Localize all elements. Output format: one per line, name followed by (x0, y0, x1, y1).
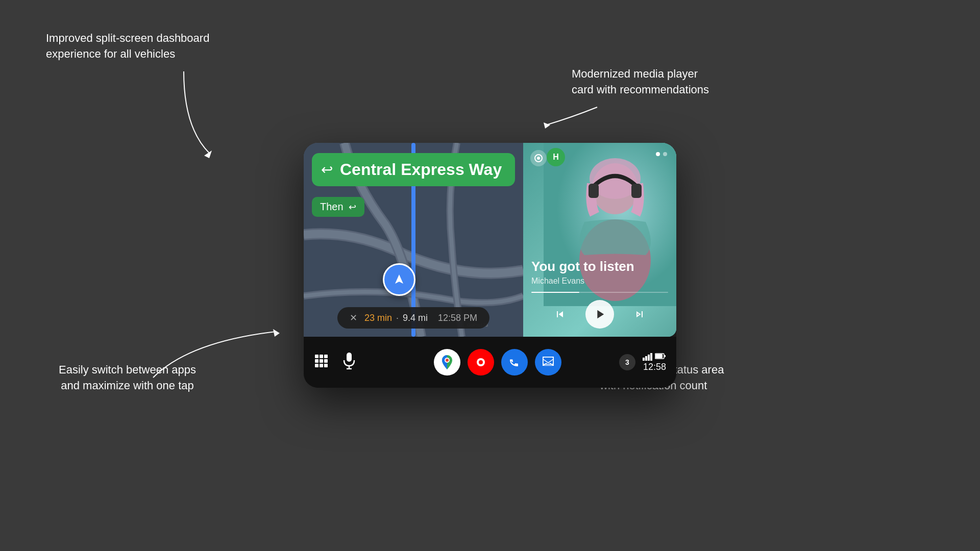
record-icon (534, 154, 543, 162)
svg-rect-21 (320, 359, 323, 363)
apps-button[interactable] (314, 354, 328, 371)
song-title: You got to listen (531, 259, 668, 274)
svg-rect-38 (648, 355, 650, 361)
eta-distance: 9.4 mi (403, 313, 428, 323)
svg-rect-36 (643, 358, 645, 361)
skip-back-button[interactable] (549, 303, 571, 325)
phone-icon[interactable] (501, 349, 528, 375)
svg-marker-8 (395, 274, 403, 284)
android-auto-device: GoPro123 GoMap ↩ Central Express Way The… (304, 143, 676, 388)
media-indicator (530, 150, 547, 166)
then-arrow-icon: ↩ (349, 202, 356, 213)
progress-bar (531, 292, 668, 293)
eta-time: 12:58 PM (438, 313, 477, 323)
svg-marker-2 (273, 329, 280, 337)
eta-bar: ✕ 23 min · 9.4 mi 12:58 PM (337, 307, 489, 329)
close-icon: ✕ (350, 312, 357, 323)
navigation-banner: ↩ Central Express Way (312, 153, 515, 186)
progress-fill (531, 292, 579, 293)
nav-left-controls (314, 352, 356, 372)
media-info: You got to listen Michael Evans (531, 259, 668, 329)
svg-rect-37 (645, 356, 647, 361)
dot-inactive (663, 152, 667, 156)
app-icons (376, 349, 619, 375)
svg-point-16 (537, 157, 540, 160)
svg-marker-1 (544, 122, 550, 129)
svg-rect-39 (650, 353, 652, 361)
svg-rect-22 (324, 359, 328, 363)
then-banner: Then ↩ (312, 197, 364, 217)
battery-icon (655, 353, 666, 360)
svg-rect-13 (631, 184, 642, 198)
status-area: 3 1 (619, 353, 666, 372)
eta-duration: 23 min (364, 313, 392, 323)
navigation-bar: 3 1 (304, 337, 676, 388)
media-avatar: H (547, 148, 565, 166)
then-label: Then (320, 201, 344, 213)
arrow-bottom-left (148, 301, 281, 383)
eta-separator: · (396, 313, 399, 323)
svg-point-33 (479, 360, 483, 364)
svg-rect-25 (324, 364, 328, 367)
notification-count-badge: 3 (619, 354, 635, 370)
messages-icon[interactable] (535, 349, 561, 375)
svg-rect-42 (664, 355, 666, 357)
svg-rect-20 (315, 359, 318, 363)
svg-rect-12 (589, 184, 599, 198)
annotation-top-left: Improved split-screen dashboard experien… (46, 31, 209, 62)
arrow-top-right (541, 97, 602, 148)
microphone-button[interactable] (342, 352, 356, 372)
signal-icons (643, 353, 666, 361)
street-name: Central Express Way (340, 160, 502, 179)
status-info: 12:58 (643, 353, 666, 372)
media-panel: H You got to listen Michael Evans (523, 143, 676, 337)
media-page-dots (656, 152, 667, 156)
svg-rect-23 (315, 364, 318, 367)
turn-arrow-icon: ↩ (321, 161, 333, 178)
svg-point-30 (446, 359, 449, 362)
youtube-music-icon[interactable] (468, 349, 494, 375)
media-controls[interactable] (531, 300, 668, 329)
arrow-top-left (102, 66, 214, 168)
svg-rect-41 (655, 354, 663, 358)
svg-rect-26 (347, 353, 352, 362)
signal-icon (643, 353, 653, 361)
status-time: 12:58 (643, 362, 666, 372)
svg-rect-24 (320, 364, 323, 367)
play-button[interactable] (585, 300, 614, 329)
svg-rect-18 (320, 355, 323, 358)
arrow-up-icon (392, 272, 406, 287)
current-location-marker (383, 263, 415, 296)
song-artist: Michael Evans (531, 277, 668, 286)
dot-active (656, 152, 660, 156)
annotation-top-right: Modernized media player card with recomm… (572, 66, 709, 98)
skip-forward-button[interactable] (628, 303, 651, 325)
split-screen: GoPro123 GoMap ↩ Central Express Way The… (304, 143, 676, 337)
svg-rect-19 (324, 355, 328, 358)
map-panel: GoPro123 GoMap ↩ Central Express Way The… (304, 143, 523, 337)
svg-rect-17 (315, 355, 318, 358)
nav-arrow (383, 263, 415, 296)
google-maps-icon[interactable] (434, 349, 460, 375)
